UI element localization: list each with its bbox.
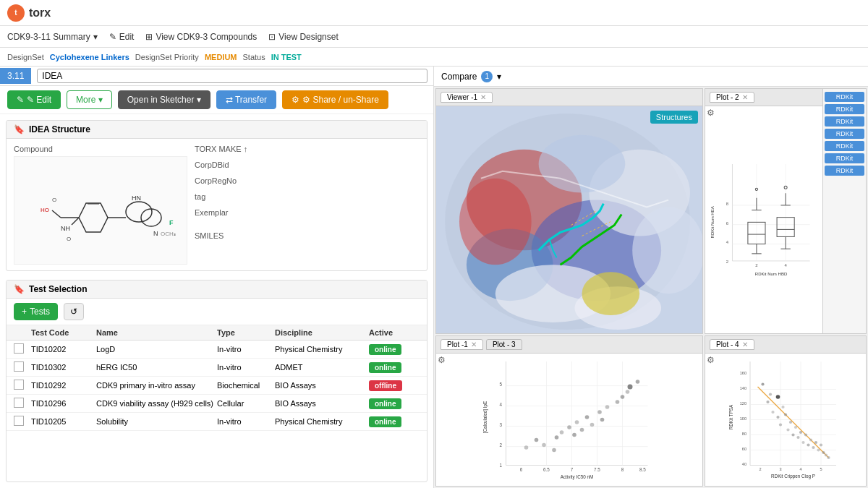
row5-check[interactable] <box>14 416 31 427</box>
viewer1-tab[interactable]: Viewer -1 ✕ <box>441 92 493 103</box>
viewer1-body: Structures <box>436 106 702 333</box>
nav-edit[interactable]: ✎ Edit <box>109 32 135 42</box>
compare-header: Compare 1 ▾ <box>434 67 868 87</box>
plot2-y-label: RDKit Num HEA <box>710 206 715 238</box>
scatter1-svg: 1 2 3 4 5 6 6.5 7 7.5 8 8.5 <box>439 356 699 483</box>
svg-text:F: F <box>169 219 174 226</box>
svg-point-124 <box>769 393 772 395</box>
compare-count: 1 <box>481 71 493 82</box>
nav-view-designset[interactable]: ⊡ View Designset <box>268 32 339 42</box>
edit-button[interactable]: ✎ ✎ Edit <box>7 90 61 109</box>
sketcher-btn-label: Open in Sketcher ▾ <box>127 95 201 105</box>
mol-viewer-svg <box>436 106 702 333</box>
plot1-tab[interactable]: Plot -1 ✕ <box>441 339 483 350</box>
logo-icon: t <box>7 4 25 22</box>
plot2-tab[interactable]: Plot - 2 ✕ <box>710 92 754 103</box>
svg-text:HO: HO <box>41 207 49 213</box>
plot1-panel: Plot -1 ✕ Plot - 3 ⚙ 1 2 <box>435 335 703 487</box>
plot1-close-icon[interactable]: ✕ <box>471 341 477 348</box>
row2-discipline: ADMET <box>275 363 369 372</box>
plot1-gear-icon[interactable]: ⚙ <box>438 355 446 365</box>
svg-text:2: 2 <box>499 442 502 448</box>
idea-search-input[interactable] <box>37 69 427 83</box>
prop-item-1[interactable]: RDKit <box>825 92 864 102</box>
plot4-tab[interactable]: Plot - 4 ✕ <box>710 339 754 350</box>
prop-item-4[interactable]: RDKit <box>825 129 864 139</box>
more-btn-label: More ▾ <box>76 95 103 105</box>
plot2-inner: Plot - 2 ✕ ⚙ 2 <box>705 89 822 333</box>
svg-point-86 <box>580 428 584 432</box>
prop-smiles: SMILES <box>195 231 420 240</box>
priority-value: MEDIUM <box>205 53 237 61</box>
row5-name: Solubility <box>96 417 217 426</box>
svg-point-133 <box>796 436 799 439</box>
plot4-close-icon[interactable]: ✕ <box>742 341 748 348</box>
plot1-body: ⚙ 1 2 3 4 5 6 6.5 7 <box>436 354 702 486</box>
prop-item-3[interactable]: RDKit <box>825 116 864 127</box>
refresh-icon: ↺ <box>70 307 77 317</box>
svg-text:5: 5 <box>820 467 822 471</box>
svg-point-80 <box>552 448 556 453</box>
svg-text:2: 2 <box>755 263 758 267</box>
row4-code: TID10296 <box>31 399 96 408</box>
table-row: TID10205 Solubility In-vitro Physical Ch… <box>7 413 427 431</box>
open-sketcher-button[interactable]: Open in Sketcher ▾ <box>118 90 210 109</box>
prop-item-7[interactable]: RDKit <box>825 166 864 176</box>
structures-button[interactable]: Structures <box>650 111 698 124</box>
designset-link[interactable]: Cyclohexene Linkers <box>50 53 129 61</box>
row2-check[interactable] <box>14 361 31 373</box>
transfer-btn-label: ⇄ Transfer <box>226 95 267 105</box>
table-row: TID10302 hERG IC50 In-vitro ADMET online <box>7 359 427 377</box>
nav-title[interactable]: CDK9-3-11 Summary ▾ <box>7 32 98 42</box>
svg-text:3: 3 <box>499 422 502 427</box>
add-tests-button[interactable]: + Tests <box>14 303 58 320</box>
plot2-gear-icon[interactable]: ⚙ <box>707 108 715 118</box>
svg-point-81 <box>555 435 559 440</box>
prop-item-5[interactable]: RDKit <box>825 141 864 151</box>
refresh-button[interactable]: ↺ <box>64 303 84 320</box>
tab-search-row: 3.11 <box>0 67 433 86</box>
svg-text:6: 6 <box>520 467 523 472</box>
svg-text:4: 4 <box>784 263 787 267</box>
svg-point-132 <box>794 426 797 429</box>
row1-check[interactable] <box>14 343 31 355</box>
svg-text:7: 7 <box>571 467 574 472</box>
svg-text:2: 2 <box>726 260 729 264</box>
svg-text:Activity IC50 nM: Activity IC50 nM <box>561 474 594 480</box>
row3-check[interactable] <box>14 380 31 391</box>
compare-dropdown-icon[interactable]: ▾ <box>497 72 501 82</box>
prop-item-2[interactable]: RDKit <box>825 104 864 114</box>
nav-view-compounds[interactable]: ⊞ View CDK9-3 Compounds <box>145 32 257 42</box>
transfer-button[interactable]: ⇄ Transfer <box>216 90 276 109</box>
structure-image: HN N OCH₃ F HO O <box>14 156 187 265</box>
svg-text:140: 140 <box>740 386 746 390</box>
share-btn-label: ⚙ Share / un-Share <box>302 95 379 105</box>
svg-point-77 <box>524 445 529 450</box>
col-testcode: Test Code <box>31 328 96 337</box>
row3-discipline: BIO Assays <box>275 381 369 390</box>
plot4-gear-icon[interactable]: ⚙ <box>707 355 715 365</box>
nav-dropdown-icon[interactable]: ▾ <box>93 32 98 42</box>
structure-image-container: Compound HN <box>14 145 187 265</box>
test-section-title: Test Selection <box>29 284 87 294</box>
svg-point-138 <box>809 438 812 441</box>
plot2-close-icon[interactable]: ✕ <box>742 93 748 101</box>
viewer1-close-icon[interactable]: ✕ <box>480 93 486 101</box>
row4-name: CDK9 viability assay (H929 cells) <box>96 399 217 408</box>
row4-check[interactable] <box>14 398 31 409</box>
more-button[interactable]: More ▾ <box>67 90 112 109</box>
nav-edit-label: Edit <box>119 32 135 42</box>
svg-text:160: 160 <box>740 371 746 375</box>
prop-corpregno: CorpRegNo <box>195 176 420 185</box>
viewer1-tab-label: Viewer -1 <box>447 93 477 101</box>
svg-point-137 <box>807 443 809 446</box>
share-button[interactable]: ⚙ ⚙ Share / un-Share <box>282 90 388 109</box>
svg-point-146 <box>776 395 780 399</box>
svg-point-85 <box>575 420 579 424</box>
plot3-tab[interactable]: Plot - 3 <box>486 339 522 350</box>
tab-311[interactable]: 3.11 <box>0 68 31 84</box>
logo-text: torx <box>29 7 51 20</box>
svg-point-79 <box>542 443 546 448</box>
prop-item-6[interactable]: RDKit <box>825 153 864 163</box>
row5-discipline: Physical Chemistry <box>275 417 369 426</box>
